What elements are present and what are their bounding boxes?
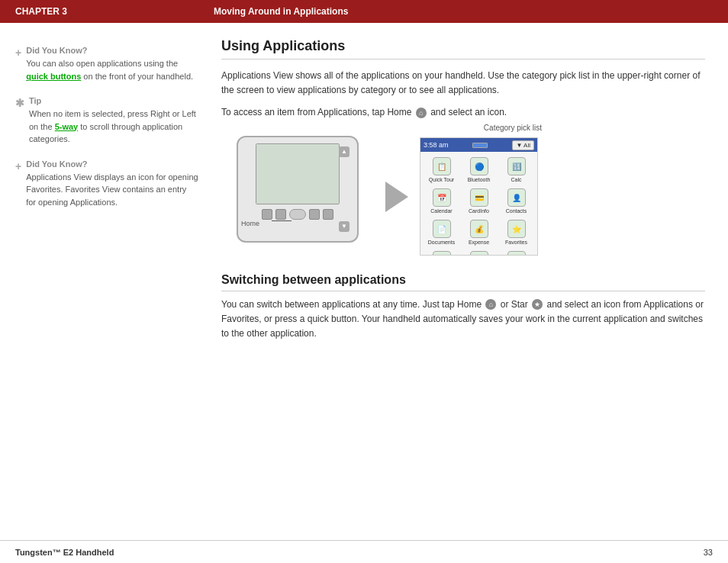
app-contacts[interactable]: 👤 Contacts (498, 186, 534, 216)
sidebar-heading-3: Did You Know? (26, 159, 198, 169)
app-documents[interactable]: 📄 Documents (424, 217, 459, 247)
section1-para1: Applications View shows all of the appli… (221, 69, 705, 98)
app-name-bluetooth: Bluetooth (468, 177, 491, 182)
app-name-expense: Expense (469, 240, 489, 245)
illustration-area: ▲ ▼ Home (221, 136, 705, 258)
app-hotsync[interactable]: 🔄 HotSync (424, 249, 459, 256)
main-content: + Did You Know? You can also open applic… (0, 23, 728, 540)
app-icon-calc: 🔢 (507, 157, 526, 175)
pda-device-container: ▲ ▼ Home (221, 136, 374, 258)
app-icon-favorites: ⭐ (507, 220, 526, 238)
app-bluetooth[interactable]: 🔵 Bluetooth (461, 155, 497, 185)
footer: Tungsten™ E2 Handheld 33 (0, 540, 728, 563)
app-icon-notepad: 🗒️ (507, 251, 526, 256)
section1-para2: To access an item from Applications, tap… (221, 105, 705, 120)
app-expense[interactable]: 💰 Expense (461, 217, 497, 247)
chapter-title: Moving Around in Applications (214, 6, 348, 17)
pda-btn-1[interactable] (262, 209, 272, 220)
sidebar-item-1: + Did You Know? You can also open applic… (15, 46, 198, 82)
app-icon-hotsync: 🔄 (433, 251, 451, 256)
section2-title: Switching between applications (221, 273, 705, 291)
app-name-cardinfo: CardInfo (469, 208, 489, 214)
sidebar-heading-1: Did You Know? (26, 46, 198, 55)
app-favorites[interactable]: ⭐ Favorites (498, 217, 534, 247)
pda-scroll-down[interactable]: ▼ (339, 221, 350, 232)
pda-device: ▲ ▼ Home (237, 136, 359, 243)
section1-title: Using Applications (221, 38, 705, 60)
chapter-label: CHAPTER 3 (15, 6, 214, 17)
footer-page: 33 (704, 548, 713, 557)
all-button[interactable]: ▼ All (512, 140, 534, 150)
section2-para: You can switch between applications at a… (221, 298, 705, 342)
app-quick-tour[interactable]: 📋 Quick Tour (424, 155, 459, 185)
app-name-calc: Calc (511, 177, 521, 182)
sidebar-item-2: ✱ Tip When no item is selected, press Ri… (15, 96, 198, 146)
app-grid: 📋 Quick Tour 🔵 Bluetooth 🔢 Calc 📅 (420, 152, 537, 256)
app-notepad[interactable]: 🗒️ Note Pad (498, 249, 534, 256)
pda-buttons-row (238, 209, 357, 220)
app-icon-contacts: 👤 (507, 188, 526, 207)
sidebar-heading-2: Tip (29, 96, 198, 105)
header-bar: CHAPTER 3 Moving Around in Applications (0, 0, 728, 23)
sidebar-text-1: You can also open applications using the… (26, 57, 198, 82)
home-annotation: Home (241, 220, 259, 227)
pda-scroll-up[interactable]: ▲ (339, 146, 350, 157)
app-calc[interactable]: 🔢 Calc (498, 155, 534, 185)
pda-btn-3[interactable] (309, 209, 320, 220)
star-icon-inline (532, 299, 543, 310)
app-cardinfo[interactable]: 💳 CardInfo (461, 186, 497, 216)
home-line (272, 220, 292, 221)
quick-buttons-link[interactable]: quick buttons (26, 72, 81, 81)
sidebar-text-3: Applications View displays an icon for o… (26, 171, 198, 209)
pda-btn-2[interactable] (275, 209, 286, 220)
app-name-contacts: Contacts (506, 208, 527, 214)
app-icon-calendar: 📅 (433, 188, 451, 207)
phone-battery (472, 143, 488, 148)
sidebar: + Did You Know? You can also open applic… (0, 38, 214, 540)
arrow-container (374, 143, 420, 250)
app-name-calendar: Calendar (430, 208, 452, 214)
home-icon (416, 108, 427, 118)
sidebar-item-3: + Did You Know? Applications View displa… (15, 159, 198, 209)
pda-btn-4[interactable] (323, 209, 333, 220)
app-name-documents: Documents (428, 240, 455, 245)
app-name-quick-tour: Quick Tour (429, 177, 454, 182)
phone-header: 3:58 am ▼ All (420, 138, 537, 152)
app-icon-quick-tour: 📋 (433, 157, 451, 175)
category-pick-list-label: Category pick list (484, 124, 542, 132)
app-name-favorites: Favorites (505, 240, 527, 245)
plus-icon-2: + (15, 160, 21, 172)
app-icon-documents: 📄 (433, 220, 451, 238)
app-memos[interactable]: 📝 Memos (461, 249, 497, 256)
content-area: Using Applications Applications View sho… (214, 38, 728, 540)
sidebar-text-2: When no item is selected, press Right or… (29, 108, 198, 146)
app-calendar[interactable]: 📅 Calendar (424, 186, 459, 216)
footer-brand: Tungsten™ E2 Handheld (15, 548, 114, 557)
home-icon-2 (485, 299, 496, 310)
right-arrow (385, 182, 408, 212)
pda-btn-center[interactable] (289, 209, 306, 220)
phone-time: 3:58 am (424, 141, 449, 149)
star-icon-1: ✱ (15, 97, 24, 109)
fiveway-link[interactable]: 5-way (55, 122, 79, 131)
pda-screen (256, 143, 340, 204)
screenshot-container: Category pick list 3:58 am ▼ All 📋 Quick… (420, 137, 542, 256)
app-icon-bluetooth: 🔵 (470, 157, 488, 175)
app-icon-cardinfo: 💳 (470, 188, 488, 207)
phone-screenshot: 3:58 am ▼ All 📋 Quick Tour 🔵 Bluetooth (420, 137, 538, 256)
pda-screen-inner (256, 144, 339, 204)
app-icon-memos: 📝 (470, 251, 488, 256)
app-icon-expense: 💰 (470, 220, 488, 238)
plus-icon-1: + (15, 47, 21, 59)
